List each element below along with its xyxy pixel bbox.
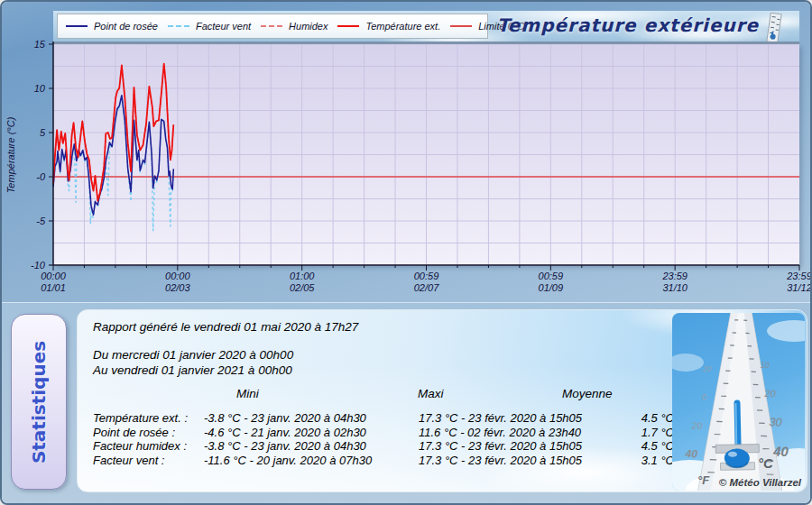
x-tick-date-label: 31/12: [787, 282, 812, 293]
scale-number: 10: [760, 361, 769, 370]
fahrenheit-label: °F: [697, 473, 710, 487]
chart-section: Point de rosée Facteur vent Humidex Temp…: [2, 2, 812, 302]
y-axis-title: Température (°C): [5, 116, 16, 193]
column-header-mini: Mini: [236, 387, 259, 400]
table-row: Point de rosée : -4.6 °C - 21 janv. 2020…: [93, 426, 674, 440]
x-tick-date-label: 02/07: [414, 282, 439, 293]
row-mini: -11.6 °C - 20 janv. 2020 à 07h30: [204, 454, 419, 468]
table-row: Température ext. : -3.8 °C - 23 janv. 20…: [93, 411, 674, 426]
statistics-panel: Rapport généré le vendredi 01 mai 2020 à…: [77, 309, 807, 492]
row-label: Température ext. :: [93, 411, 204, 426]
y-tick-label: -0: [36, 171, 46, 182]
x-tick-time-label: 00:59: [539, 271, 564, 281]
scale-number: 0: [702, 393, 706, 402]
plot-top-edge: [53, 41, 799, 44]
x-tick-time-label: 00:59: [414, 271, 439, 281]
table-row: Facteur vent : -11.6 °C - 20 janv. 2020 …: [93, 454, 674, 468]
x-tick-date-label: 02/05: [290, 282, 315, 293]
x-tick-date-label: 01/01: [41, 282, 66, 293]
row-moyenne: 4.5 °C: [635, 439, 674, 454]
column-header-moyenne: Moyenne: [562, 387, 613, 400]
y-tick-label: 10: [34, 83, 46, 94]
row-moyenne: 1.7 °C: [635, 426, 674, 440]
scale-number: 40: [772, 443, 789, 459]
x-tick-date-label: 01/09: [539, 282, 564, 293]
scale-number: 40: [684, 447, 697, 461]
x-tick-time-label: 01:00: [290, 271, 315, 281]
row-label: Facteur humidex :: [93, 439, 204, 454]
scale-number: 20: [763, 388, 777, 399]
row-mini: -4.6 °C - 21 janv. 2020 à 02h30: [204, 426, 419, 440]
x-tick-date-label: 02/03: [165, 282, 190, 293]
y-tick-label: 15: [34, 39, 46, 50]
y-tick-label: -10: [31, 260, 46, 271]
x-tick-date-label: 31/10: [662, 282, 687, 293]
row-maxi: 17.3 °C - 23 févr. 2020 à 15h05: [419, 411, 635, 426]
statistics-table: Température ext. : -3.8 °C - 23 janv. 20…: [93, 411, 674, 467]
temperature-chart: 15105-0-5-1000:0001/0100:0002/0301:0002/…: [2, 2, 812, 302]
row-label: Point de rosée :: [93, 426, 204, 440]
row-mini: -3.8 °C - 23 janv. 2020 à 04h30: [204, 439, 419, 454]
y-tick-label: -5: [36, 216, 46, 226]
x-tick-time-label: 00:00: [165, 271, 190, 281]
row-mini: -3.8 °C - 23 janv. 2020 à 04h30: [204, 411, 419, 426]
period-to-line: Au vendredi 01 janvier 2021 à 00h00: [93, 363, 292, 377]
x-tick-time-label: 23:59: [661, 271, 687, 281]
row-label: Facteur vent :: [93, 454, 204, 468]
statistics-section: Statistiques Rapport généré le vendredi …: [2, 302, 812, 505]
scale-number: 20: [702, 365, 712, 373]
weather-report-page: Point de rosée Facteur vent Humidex Temp…: [0, 0, 812, 505]
row-moyenne: 4.5 °C: [635, 411, 674, 426]
celsius-label: °C: [758, 455, 774, 471]
table-row: Facteur humidex : -3.8 °C - 23 janv. 202…: [93, 439, 674, 454]
statistics-tab: Statistiques: [11, 314, 67, 490]
copyright-text: © Météo Villarzel: [719, 477, 802, 488]
column-header-maxi: Maxi: [418, 387, 444, 400]
thermometer-photo: 10 20 30 40 20 0 20 40: [672, 313, 805, 491]
scale-number: 20: [691, 420, 703, 430]
row-maxi: 11.6 °C - 02 févr. 2020 à 23h40: [419, 426, 635, 440]
row-moyenne: 3.1 °C: [635, 454, 674, 468]
row-maxi: 17.3 °C - 23 févr. 2020 à 15h05: [419, 454, 635, 468]
period-from-line: Du mercredi 01 janvier 2020 à 00h00: [93, 348, 293, 362]
x-tick-time-label: 23:59: [786, 271, 812, 281]
y-tick-label: 5: [40, 127, 46, 138]
report-generated-line: Rapport généré le vendredi 01 mai 2020 à…: [93, 320, 358, 334]
statistics-tab-label: Statistiques: [28, 340, 50, 463]
x-tick-time-label: 00:00: [41, 271, 66, 281]
row-maxi: 17.3 °C - 23 févr. 2020 à 15h05: [419, 439, 635, 454]
scale-number: 30: [769, 415, 783, 429]
